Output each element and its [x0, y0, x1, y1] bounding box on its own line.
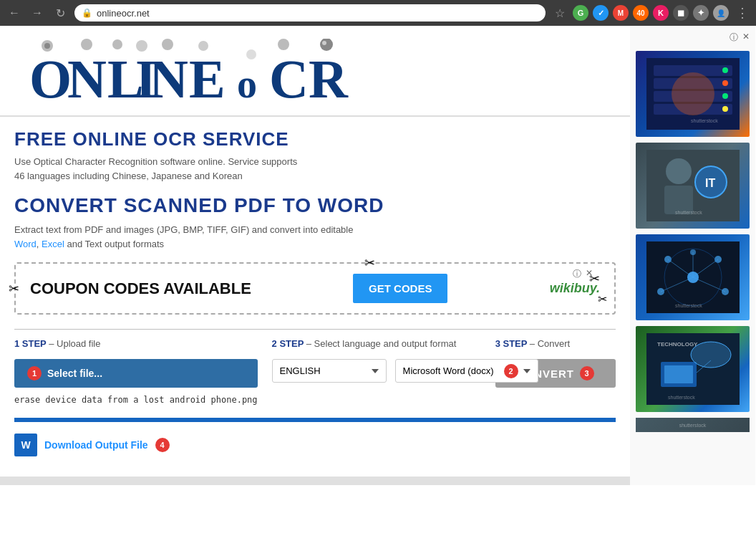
get-codes-button[interactable]: GET CODES: [353, 274, 447, 303]
logo-svg: O N L I N E: [26, 39, 427, 107]
svg-point-32: [666, 158, 692, 184]
svg-point-14: [246, 49, 256, 59]
ad-image-4: shutterstock TECHNOLOGY: [646, 333, 740, 405]
svg-point-8: [136, 40, 147, 52]
ad-block-2[interactable]: IT shutterstock: [636, 143, 750, 229]
step-3-badge: 3: [580, 366, 594, 380]
download-section: W Download Output File 4: [14, 428, 616, 462]
ad-sidebar: ⓘ ✕ shutterstock: [630, 26, 755, 485]
step-2-controls: ENGLISH FRENCH GERMAN SPANISH ITALIAN PO…: [272, 359, 481, 383]
content-area: FREE ONLINE OCR SERVICE Use Optical Char…: [0, 117, 630, 474]
scissors-left-icon: ✂: [9, 281, 19, 297]
ad-block-1[interactable]: shutterstock: [636, 51, 750, 137]
svg-point-16: [278, 39, 289, 50]
convert-desc: Extract text from PDF and images (JPG, B…: [14, 223, 616, 251]
svg-text:shutterstock: shutterstock: [675, 303, 702, 308]
download-link[interactable]: Download Output File: [44, 439, 148, 451]
svg-point-25: [722, 67, 728, 73]
svg-point-26: [722, 80, 728, 86]
ad-info-icon[interactable]: ⓘ: [730, 32, 738, 44]
svg-text:O: O: [29, 49, 72, 107]
extension-btn-7[interactable]: ✦: [693, 5, 709, 21]
svg-point-2: [44, 43, 50, 49]
svg-point-6: [112, 39, 122, 49]
forward-button[interactable]: →: [29, 4, 46, 21]
language-select-wrapper: ENGLISH FRENCH GERMAN SPANISH ITALIAN PO…: [272, 359, 387, 383]
logo-area: O N L I N E: [0, 26, 630, 117]
page-wrapper: O N L I N E: [0, 26, 756, 485]
logo: O N L I N E: [14, 33, 616, 110]
svg-rect-53: [664, 365, 693, 383]
svg-text:R: R: [309, 49, 349, 107]
format-select-wrapper: Microsoft Word (docx) Adobe PDF Plain Te…: [395, 359, 538, 383]
convert-title: CONVERT SCANNED PDF TO WORD: [14, 194, 616, 217]
language-select[interactable]: ENGLISH FRENCH GERMAN SPANISH ITALIAN PO…: [272, 359, 387, 383]
step-1-label: 1 STEP – Upload file: [14, 338, 258, 349]
svg-point-10: [162, 39, 173, 50]
step-2-label: 2 STEP – Select language and output form…: [272, 338, 481, 349]
select-file-label: Select file...: [47, 368, 102, 379]
menu-button[interactable]: ⋮: [733, 4, 750, 21]
svg-text:TECHNOLOGY: TECHNOLOGY: [657, 341, 698, 348]
url-text: onlineocr.net: [97, 8, 150, 19]
scissors-br-icon: ✂: [598, 292, 607, 306]
word-link[interactable]: Word: [14, 239, 37, 249]
step-1-col: 1 STEP – Upload file 1 Select file... er…: [14, 338, 258, 408]
progress-bar-fill: [14, 418, 616, 422]
extension-btn-2[interactable]: ✓: [593, 5, 609, 21]
lock-icon: 🔒: [82, 8, 92, 18]
extension-btn-1[interactable]: G: [573, 5, 588, 21]
filename-text: erase device data from a lost android ph…: [14, 392, 258, 408]
svg-point-28: [722, 106, 728, 112]
extension-btn-5[interactable]: K: [653, 5, 669, 21]
extension-btn-6[interactable]: ◼: [673, 5, 689, 21]
svg-text:shutterstock: shutterstock: [668, 395, 695, 400]
steps-row: 1 STEP – Upload file 1 Select file... er…: [14, 330, 616, 412]
svg-point-29: [672, 72, 714, 115]
scissors-top-icon: ✂: [364, 255, 375, 271]
service-desc: Use Optical Character Recognition softwa…: [14, 155, 616, 183]
browser-chrome: ← → ↻ 🔒 onlineocr.net ☆ G ✓ M 40 K ◼ ✦ 👤…: [0, 0, 756, 26]
coupon-text: COUPON CODES AVAILABLE: [30, 279, 251, 298]
step-1-badge: 1: [27, 366, 42, 380]
browser-actions: ☆ G ✓ M 40 K ◼ ✦ 👤 ⋮: [551, 4, 750, 21]
ad-close-icon[interactable]: ✕: [742, 32, 750, 44]
svg-text:N: N: [149, 49, 188, 107]
main-content: O N L I N E: [0, 26, 630, 485]
back-button[interactable]: ←: [6, 4, 23, 21]
reload-button[interactable]: ↻: [52, 4, 69, 21]
ad-block-partial: shutterstock: [636, 418, 750, 432]
scissors-right-icon: ✂: [589, 271, 600, 287]
ad-block-3[interactable]: shutterstock: [636, 234, 750, 320]
select-file-button[interactable]: 1 Select file...: [14, 359, 258, 388]
scrollbar: [0, 477, 630, 485]
ad-block-4[interactable]: shutterstock TECHNOLOGY: [636, 326, 750, 412]
coupon-ad: ✂ ✂ ⓘ ✕ COUPON CODES AVAILABLE GET CODES…: [14, 262, 616, 315]
service-title: FREE ONLINE OCR SERVICE: [14, 128, 616, 150]
extension-btn-3[interactable]: M: [613, 5, 629, 21]
svg-text:E: E: [189, 49, 226, 107]
excel-link[interactable]: Excel: [42, 239, 64, 249]
coupon-info-icon[interactable]: ⓘ: [573, 268, 581, 280]
step-3-label: 3 STEP – Convert: [495, 338, 616, 349]
svg-point-12: [198, 41, 208, 51]
extension-btn-4[interactable]: 40: [633, 5, 649, 21]
ad-image-1: shutterstock: [646, 58, 740, 130]
url-bar[interactable]: 🔒 onlineocr.net: [74, 4, 546, 21]
format-select[interactable]: Microsoft Word (docx) Adobe PDF Plain Te…: [395, 359, 538, 383]
word-icon: W: [14, 434, 37, 456]
svg-text:IT: IT: [705, 177, 715, 189]
step-2-col: 2 STEP – Select language and output form…: [272, 338, 481, 408]
ad-image-3: shutterstock: [646, 241, 740, 313]
svg-text:N: N: [67, 49, 107, 107]
bookmark-button[interactable]: ☆: [551, 4, 568, 21]
ad-controls: ⓘ ✕: [636, 32, 750, 44]
avatar-button[interactable]: 👤: [713, 5, 729, 21]
svg-text:shutterstock: shutterstock: [691, 118, 718, 123]
svg-point-27: [722, 93, 728, 99]
download-badge: 4: [155, 438, 170, 452]
ad-image-2: IT shutterstock: [646, 150, 740, 221]
svg-text:o: o: [237, 62, 257, 106]
progress-bar: [14, 418, 616, 422]
svg-point-19: [322, 41, 326, 45]
